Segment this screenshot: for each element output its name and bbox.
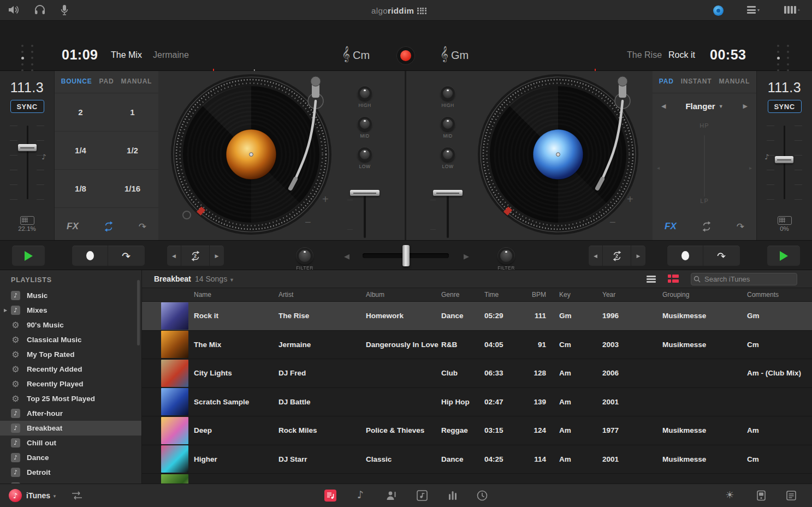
- display-brightness-icon[interactable]: ☀: [725, 489, 734, 500]
- deck-b-bounce-icon[interactable]: ↷: [737, 221, 744, 232]
- song-count[interactable]: 14 Songs ▼: [195, 275, 234, 283]
- table-row[interactable]: [142, 474, 812, 484]
- fx-selector[interactable]: Flanger▼: [653, 102, 756, 111]
- pitch-handle[interactable]: [18, 144, 37, 151]
- deck-a-sync-button[interactable]: SYNC: [10, 100, 44, 113]
- column-header-bpm[interactable]: BPM: [525, 291, 552, 299]
- deck-a-pitch-fader[interactable]: [0, 126, 54, 205]
- library-genres-icon[interactable]: [447, 490, 459, 502]
- deck-b-loop-button[interactable]: 2: [603, 246, 631, 266]
- bounce-loop-1[interactable]: 1: [106, 93, 158, 131]
- library-playlists-icon[interactable]: [324, 490, 336, 502]
- eq-low-knob[interactable]: [358, 147, 372, 162]
- column-header-genre[interactable]: Genre: [438, 291, 482, 299]
- source-caret-icon[interactable]: ▼: [52, 494, 57, 499]
- sidebar-item-dance[interactable]: ♪Dance: [0, 450, 141, 465]
- bounce-loop-1-2[interactable]: 1/2: [106, 132, 158, 169]
- table-row[interactable]: City LightsDJ FredClub06:33128Am2006Am -…: [142, 359, 812, 388]
- sidebar-item-90-s-music[interactable]: ⚙90's Music: [0, 318, 141, 332]
- bounce-loop-1-16[interactable]: 1/16: [106, 170, 158, 207]
- layout-selector-icon[interactable]: ▾: [747, 6, 760, 14]
- deck-b-fx-tab[interactable]: FX: [665, 221, 677, 232]
- deck-a-loop-icon[interactable]: [103, 220, 115, 232]
- deck-a-bend-button[interactable]: ↷: [108, 246, 144, 266]
- fx-xy-axis[interactable]: [704, 135, 705, 196]
- headphones-icon[interactable]: [34, 4, 46, 15]
- sidebar-item-mixes[interactable]: ▶♪Mixes: [0, 303, 141, 318]
- deck-b-zoom-out-icon[interactable]: −: [609, 216, 616, 229]
- deck-a-loop-double-button[interactable]: ▶: [210, 246, 224, 266]
- sidebar-item-recently-added[interactable]: ⚙Recently Added: [0, 362, 141, 377]
- key-lock-icon-b[interactable]: ♪: [764, 153, 769, 161]
- deck-b-bend-button[interactable]: ↷: [703, 246, 739, 266]
- library-artists-icon[interactable]: [386, 490, 398, 502]
- column-header-grouping[interactable]: Grouping: [660, 291, 744, 299]
- bounce-loop-2[interactable]: 2: [55, 93, 106, 131]
- table-row[interactable]: HigherDJ StarrClassicDance04:25114Am2001…: [142, 445, 812, 474]
- hardware-device-icon[interactable]: [755, 490, 767, 502]
- deck-b-cue-button[interactable]: [667, 246, 703, 266]
- key-lock-icon[interactable]: ♪: [42, 153, 46, 161]
- tab-manual[interactable]: MANUAL: [121, 77, 152, 85]
- itunes-icon[interactable]: ♪: [9, 489, 22, 502]
- pitch-handle[interactable]: [775, 156, 793, 163]
- deck-a-display-toggle-icon[interactable]: [20, 216, 34, 225]
- library-history-icon[interactable]: [476, 490, 488, 502]
- mic-icon[interactable]: [60, 4, 69, 16]
- list-view-icon[interactable]: [647, 276, 656, 283]
- sidebar-item-top-25-most-played[interactable]: ⚙Top 25 Most Played: [0, 391, 141, 406]
- tab-manual[interactable]: MANUAL: [719, 77, 750, 85]
- deck-b-pitch-fader[interactable]: [757, 126, 812, 205]
- source-label[interactable]: iTunes: [26, 491, 50, 500]
- eq-low-knob[interactable]: [441, 147, 455, 162]
- artwork-view-icon[interactable]: [668, 275, 679, 283]
- crossfader-right-icon[interactable]: ▶: [464, 252, 469, 260]
- eq-high-knob[interactable]: [358, 86, 372, 100]
- tab-pad[interactable]: PAD: [659, 77, 674, 85]
- tab-pad[interactable]: PAD: [99, 77, 114, 85]
- tab-instant[interactable]: INSTANT: [681, 77, 712, 85]
- table-row[interactable]: Scratch SampleDJ BattleHip Hop02:47139Am…: [142, 388, 812, 417]
- status-blue-icon[interactable]: [713, 5, 724, 16]
- tab-bounce[interactable]: BOUNCE: [61, 77, 92, 85]
- volume-fader-handle[interactable]: [350, 190, 380, 196]
- sidebar-item-my-top-rated[interactable]: ⚙My Top Rated: [0, 347, 141, 362]
- deck-b-loop-halve-button[interactable]: ◀: [589, 246, 603, 266]
- column-header-artist[interactable]: Artist: [276, 291, 363, 299]
- deck-a-play-button[interactable]: [12, 246, 45, 266]
- record-button[interactable]: [396, 46, 415, 65]
- deck-b-loop-icon[interactable]: [701, 220, 713, 232]
- deck-a-fx-tab[interactable]: FX: [67, 221, 79, 232]
- sidebar-item-recently-played[interactable]: ⚙Recently Played: [0, 377, 141, 391]
- sidebar-item-chill-out[interactable]: ♪Chill out: [0, 436, 141, 450]
- deck-a-bounce-icon[interactable]: ↷: [139, 221, 146, 232]
- queue-icon[interactable]: [785, 490, 797, 502]
- column-header-year[interactable]: Year: [600, 291, 660, 299]
- eq-high-knob[interactable]: [441, 86, 455, 100]
- sidebar-item-music[interactable]: ♪Music: [0, 288, 141, 303]
- filter-knob-a[interactable]: [297, 248, 313, 264]
- deck-b-loop-double-button[interactable]: ▶: [631, 246, 645, 266]
- deck-b-display-toggle-icon[interactable]: [778, 216, 792, 225]
- sidebar-item-classical-music[interactable]: ⚙Classical Music: [0, 332, 141, 347]
- crossfader-left-icon[interactable]: ◀: [344, 252, 349, 260]
- sidebar-item-breakbeat[interactable]: ♪Breakbeat: [0, 421, 141, 436]
- column-header-album[interactable]: Album: [363, 291, 438, 299]
- turntable-a[interactable]: [169, 73, 333, 236]
- sidebar-scrollbar[interactable]: [137, 280, 140, 345]
- column-header-name[interactable]: Name: [191, 291, 276, 299]
- table-row[interactable]: DeepRock MilesPolice & ThievesReggae03:1…: [142, 416, 812, 445]
- crossfader-handle[interactable]: [402, 245, 410, 266]
- deck-b-play-button[interactable]: [767, 246, 800, 266]
- volume-fader-handle[interactable]: [433, 190, 463, 196]
- deck-a-cue-button[interactable]: [72, 246, 108, 266]
- deck-a-zoom-out-icon[interactable]: −: [305, 216, 311, 229]
- eq-mid-knob[interactable]: [441, 117, 455, 131]
- library-albums-icon[interactable]: [416, 490, 428, 502]
- disclosure-triangle-icon[interactable]: ▶: [4, 308, 7, 313]
- filter-knob-b[interactable]: [498, 248, 514, 264]
- column-header-key[interactable]: Key: [552, 291, 600, 299]
- mixer-columns-icon[interactable]: +: [784, 6, 800, 14]
- deck-a-loop-button[interactable]: 2: [181, 246, 210, 266]
- bounce-loop-1-4[interactable]: 1/4: [55, 132, 106, 169]
